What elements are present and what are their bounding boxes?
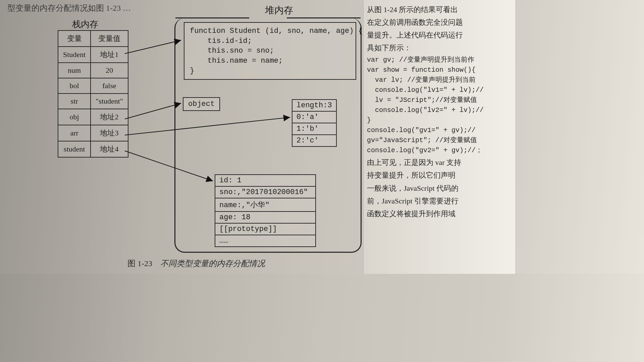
svg-line-0: [125, 40, 181, 54]
arr-cell: 2:'c': [292, 135, 336, 146]
stu-cell: [[prototype]]: [215, 223, 316, 235]
right-code: var gv; //变量声明提升到当前作: [367, 55, 513, 65]
stu-cell: sno:,"2017010200016": [215, 186, 316, 198]
right-code: var show = function show(){: [367, 65, 513, 75]
stu-cell: id: 1: [215, 175, 316, 186]
table-row: length:3: [292, 100, 336, 111]
right-text: 从图 1-24 所示的结果可看出: [367, 4, 513, 15]
var-name: bol: [58, 78, 91, 94]
stack-title: 栈内存: [72, 18, 98, 30]
page-intro-text: 型变量的内存分配情况如图 1-23 …: [7, 3, 131, 13]
stu-cell: name:,"小华": [215, 198, 316, 212]
table-row: student地址4: [58, 141, 128, 157]
table-row: Student地址1: [58, 47, 128, 63]
table-row: [[prototype]]: [215, 223, 316, 235]
right-code: console.log("gv2=" + gv);//；: [367, 145, 513, 156]
var-value: 地址4: [91, 141, 128, 157]
table-row: age: 18: [215, 212, 316, 223]
var-name: obj: [58, 109, 91, 125]
right-code: console.log("lv1=" + lv);//: [367, 85, 513, 95]
arr-cell: 0:'a': [292, 111, 336, 123]
right-code: var lv; //变量声明提升到当前: [367, 75, 513, 85]
var-name: arr: [58, 125, 91, 141]
arr-cell: 1:'b': [292, 123, 336, 135]
figure-number: 图 1-23: [127, 259, 152, 268]
table-row: arr地址3: [58, 125, 128, 141]
table-row: bolfalse: [58, 78, 128, 94]
table-row: 0:'a': [292, 111, 336, 123]
table-row: name:,"小华": [215, 198, 316, 212]
right-text: 在定义前调用函数完全没问题: [367, 17, 513, 28]
table-row: ……: [215, 235, 316, 247]
right-text: 持变量提升，所以它们声明: [367, 170, 513, 181]
right-text: 由上可见，正是因为 var 支持: [367, 157, 513, 168]
right-code: }: [367, 115, 513, 125]
table-row: 2:'c': [292, 135, 336, 146]
var-name: str: [58, 94, 91, 109]
stu-cell: age: 18: [215, 212, 316, 223]
var-name: num: [58, 63, 91, 78]
var-value: 20: [91, 63, 128, 78]
arr-cell: length:3: [292, 100, 336, 111]
stu-cell: ……: [215, 235, 316, 247]
var-name: Student: [58, 47, 91, 63]
figure-caption: 图 1-23 不同类型变量的内存分配情况: [127, 258, 265, 269]
heap-title: 堆内存: [265, 4, 293, 17]
figure-text: 不同类型变量的内存分配情况: [160, 259, 265, 268]
array-table: length:3 0:'a' 1:'b' 2:'c': [292, 99, 337, 147]
table-row: str"student": [58, 94, 128, 109]
table-row: 1:'b': [292, 123, 336, 135]
var-value: false: [91, 78, 128, 94]
right-code: console.log("lv2=" + lv);//: [367, 105, 513, 115]
var-value: "student": [91, 94, 128, 109]
right-text: 一般来说，JavaScript 代码的: [367, 183, 513, 194]
table-row: id: 1: [215, 175, 316, 186]
right-text: 量提升。上述代码在代码运行: [367, 29, 513, 41]
right-code: lv = "JScript";//对变量赋值: [367, 95, 513, 105]
student-table: id: 1 sno:,"2017010200016" name:,"小华" ag…: [215, 174, 316, 247]
right-text: 前，JavaScript 引擎需要进行: [367, 195, 513, 207]
right-text: 具如下所示：: [367, 42, 513, 54]
stack-header-var: 变量: [58, 31, 91, 47]
table-row: 变量 变量值: [58, 31, 128, 47]
table-row: obj地址2: [58, 109, 128, 125]
table-row: sno:,"2017010200016": [215, 186, 316, 198]
table-row: num20: [58, 63, 128, 78]
object-box: object: [183, 97, 220, 111]
stack-header-val: 变量值: [91, 31, 128, 47]
svg-line-1: [125, 103, 181, 119]
function-code-box: function Student (id, sno, name, age) { …: [184, 22, 356, 80]
right-text: 函数定义将被提升到作用域: [367, 208, 513, 220]
var-value: 地址3: [91, 125, 128, 141]
right-code: console.log("gv1=" + gv);//: [367, 125, 513, 135]
right-code: gv="JavaScript"; //对变量赋值: [367, 135, 513, 145]
var-name: student: [58, 141, 91, 157]
var-value: 地址1: [91, 47, 128, 63]
right-page-bleed: 从图 1-24 所示的结果可看出 在定义前调用函数完全没问题 量提升。上述代码在…: [363, 0, 515, 274]
stack-table: 变量 变量值 Student地址1 num20 bolfalse str"stu…: [58, 30, 128, 158]
var-value: 地址2: [91, 109, 128, 125]
